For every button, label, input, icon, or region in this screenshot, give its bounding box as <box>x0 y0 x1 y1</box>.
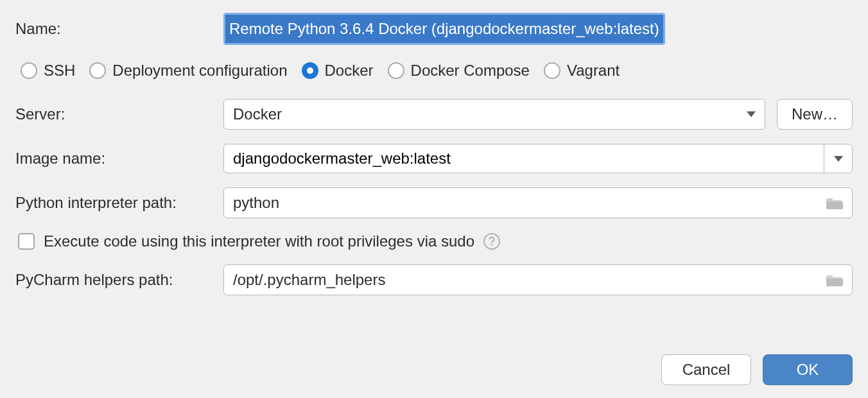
helpers-path-label: PyCharm helpers path: <box>15 271 208 289</box>
chevron-down-icon <box>747 112 756 117</box>
help-icon[interactable]: ? <box>483 233 500 250</box>
server-select-value: Docker <box>233 105 282 123</box>
radio-icon <box>302 62 318 79</box>
sudo-checkbox-label: Execute code using this interpreter with… <box>44 232 474 250</box>
name-field-col: Remote Python 3.6.4 Docker (djangodocker… <box>223 13 853 45</box>
sudo-checkbox[interactable] <box>18 233 35 250</box>
name-input-value: Remote Python 3.6.4 Docker (djangodocker… <box>225 15 663 43</box>
radio-icon <box>544 62 560 79</box>
radio-label: Docker Compose <box>411 62 530 80</box>
browse-folder-icon[interactable] <box>826 196 843 210</box>
chevron-down-icon <box>834 156 843 162</box>
dialog-footer: Cancel OK <box>15 335 853 385</box>
radio-deployment[interactable]: Deployment configuration <box>89 62 287 80</box>
image-name-value[interactable]: djangodockermaster_web:latest <box>224 144 824 173</box>
remote-interpreter-dialog: Name: Remote Python 3.6.4 Docker (django… <box>0 0 868 398</box>
name-label: Name: <box>15 20 208 38</box>
image-name-dropdown-button[interactable] <box>824 144 852 173</box>
server-select[interactable]: Docker <box>223 99 765 130</box>
radio-label: SSH <box>44 62 75 80</box>
radio-vagrant[interactable]: Vagrant <box>544 62 620 80</box>
radio-icon <box>89 62 106 79</box>
image-name-row: Image name: djangodockermaster_web:lates… <box>15 144 853 173</box>
ok-button[interactable]: OK <box>763 354 853 385</box>
radio-label: Deployment configuration <box>112 62 287 80</box>
helpers-path-row: PyCharm helpers path: /opt/.pycharm_help… <box>15 264 853 295</box>
radio-ssh[interactable]: SSH <box>21 62 75 80</box>
server-row: Server: Docker New… <box>15 99 853 130</box>
new-server-button[interactable]: New… <box>777 99 853 130</box>
browse-folder-icon[interactable] <box>826 273 843 287</box>
sudo-checkbox-row: Execute code using this interpreter with… <box>15 232 853 250</box>
interpreter-path-value: python <box>233 194 279 212</box>
server-label: Server: <box>15 105 208 123</box>
radio-docker-compose[interactable]: Docker Compose <box>388 62 530 80</box>
radio-icon <box>21 62 37 79</box>
name-input[interactable]: Remote Python 3.6.4 Docker (djangodocker… <box>223 13 665 45</box>
interpreter-path-input[interactable]: python <box>223 187 853 218</box>
image-name-label: Image name: <box>15 150 208 168</box>
interpreter-path-label: Python interpreter path: <box>15 194 208 212</box>
connection-type-radios: SSH Deployment configuration Docker Dock… <box>15 59 853 85</box>
radio-docker[interactable]: Docker <box>302 62 374 80</box>
cancel-button[interactable]: Cancel <box>661 354 751 385</box>
interpreter-path-row: Python interpreter path: python <box>15 187 853 218</box>
helpers-path-value: /opt/.pycharm_helpers <box>233 271 385 289</box>
radio-label: Vagrant <box>567 62 620 80</box>
name-row: Name: Remote Python 3.6.4 Docker (django… <box>15 13 853 45</box>
helpers-path-input[interactable]: /opt/.pycharm_helpers <box>223 264 853 295</box>
radio-icon <box>388 62 404 79</box>
image-name-combo[interactable]: djangodockermaster_web:latest <box>223 144 853 173</box>
radio-label: Docker <box>325 62 374 80</box>
